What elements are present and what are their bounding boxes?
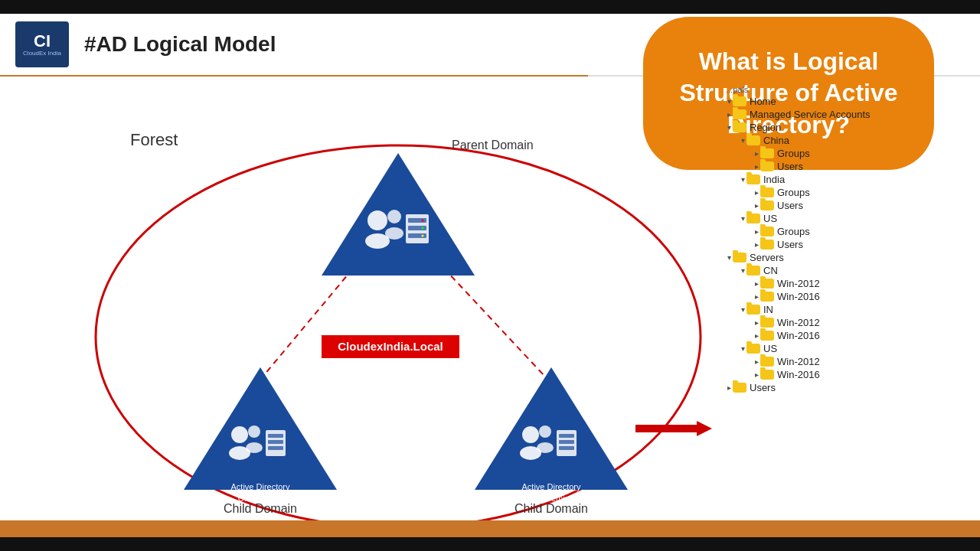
logo-sub-text: CloudEx India (23, 50, 61, 57)
list-item[interactable]: ▾US (726, 342, 974, 355)
svg-point-25 (522, 426, 539, 443)
diagram-svg: Parent Domain On-Premise Active Director… (77, 107, 720, 536)
svg-rect-31 (559, 440, 574, 444)
svg-rect-21 (268, 434, 283, 438)
list-item[interactable]: ▾IN (726, 303, 974, 316)
svg-text:Active Directory: Active Directory (521, 482, 581, 491)
list-item[interactable]: ▸Users (726, 238, 974, 251)
list-item[interactable]: ▸Groups (726, 225, 974, 238)
page-title: #AD Logical Model (84, 32, 276, 57)
svg-point-13 (422, 227, 424, 230)
tree-item-top-partial: ...pals (726, 84, 974, 95)
svg-rect-30 (559, 434, 574, 438)
list-item[interactable]: ▸Win-2016 (726, 329, 974, 342)
logo-ci-text: CI (34, 33, 51, 50)
svg-point-6 (387, 210, 401, 223)
svg-point-14 (422, 235, 424, 237)
list-item[interactable]: ▸Groups (726, 147, 974, 160)
svg-point-18 (248, 425, 260, 438)
list-item[interactable]: ▸Users (726, 160, 974, 173)
svg-text:Active Directory: Active Directory (230, 482, 290, 491)
list-item[interactable]: ▾Home (726, 95, 974, 108)
bottom-black-bar (0, 537, 980, 551)
brown-bar (0, 520, 980, 537)
list-item[interactable]: ▸Users (726, 199, 974, 212)
svg-point-16 (231, 426, 248, 443)
svg-text:On-Premise: On-Premise (357, 279, 402, 289)
list-item[interactable]: ▸Win-2012 (726, 277, 974, 290)
svg-marker-24 (475, 367, 628, 490)
svg-text:On-Premise: On-Premise (529, 494, 574, 503)
list-item[interactable]: ▾China (726, 134, 974, 147)
right-panel-tree: ...pals▾Home▸Managed Service Accounts▾Re… (720, 77, 980, 520)
list-item[interactable]: ▾Region (726, 121, 974, 134)
list-item[interactable]: ▾Servers (726, 251, 974, 264)
top-black-bar (0, 0, 980, 14)
svg-rect-22 (268, 440, 283, 444)
svg-text:Child Domain: Child Domain (224, 502, 297, 515)
list-item[interactable]: ▸Win-2012 (726, 355, 974, 368)
svg-rect-23 (268, 446, 283, 450)
svg-point-7 (385, 227, 403, 240)
svg-point-28 (537, 442, 554, 453)
svg-rect-32 (559, 446, 574, 450)
svg-point-12 (422, 220, 424, 222)
svg-marker-34 (697, 421, 712, 436)
diagram-area: Forest (0, 77, 720, 520)
list-item[interactable]: ▸Groups (726, 186, 974, 199)
list-item[interactable]: ▸Win-2016 (726, 368, 974, 381)
logo: CI CloudEx India (15, 21, 69, 67)
list-item[interactable]: ▸Managed Service Accounts (726, 108, 974, 121)
list-item[interactable]: ▾CN (726, 264, 974, 277)
svg-point-4 (368, 210, 387, 230)
svg-marker-15 (184, 367, 337, 490)
svg-point-19 (246, 442, 263, 453)
svg-text:On-Premise: On-Premise (238, 494, 283, 503)
list-item[interactable]: ▸Users (726, 381, 974, 394)
list-item[interactable]: ▾US (726, 212, 974, 225)
svg-text:Active Directory: Active Directory (349, 289, 409, 298)
list-item[interactable]: ▸Win-2016 (726, 290, 974, 303)
svg-point-27 (539, 425, 551, 438)
main-content: Forest (0, 77, 980, 520)
svg-text:CloudexIndia.Local: CloudexIndia.Local (338, 340, 443, 353)
list-item[interactable]: ▾India (726, 173, 974, 186)
svg-text:Child Domain: Child Domain (514, 502, 588, 515)
list-item[interactable]: ▸Win-2012 (726, 316, 974, 329)
svg-text:Parent Domain: Parent Domain (452, 139, 534, 152)
